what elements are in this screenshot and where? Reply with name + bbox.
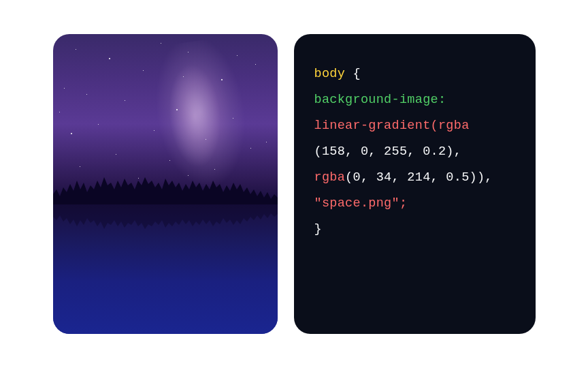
code-rgba: rgba — [438, 119, 470, 133]
code-value2: (0, 34, 214, 0.5)), — [345, 170, 493, 185]
code-line-6: "space.png"; — [314, 191, 515, 217]
code-snippet: body { background-image: linear-gradient… — [294, 34, 536, 334]
code-line-3: linear-gradient(rgba — [314, 113, 515, 139]
code-line-2: background-image: — [314, 87, 515, 113]
code-function: linear-gradient — [314, 119, 431, 133]
code-rgba2: rgba — [314, 170, 346, 185]
code-value: (158, 0, 255, 0.2), — [314, 144, 462, 159]
code-line-1: body { — [314, 61, 515, 87]
water-reflection — [53, 204, 278, 334]
code-line-4: (158, 0, 255, 0.2), — [314, 139, 515, 165]
code-brace-close: } — [314, 222, 322, 236]
code-selector: body — [314, 67, 346, 81]
code-line-7: } — [314, 217, 515, 243]
code-line-5: rgba(0, 34, 214, 0.5)), — [314, 165, 515, 191]
example-image — [53, 34, 278, 334]
code-paren: ( — [431, 119, 438, 133]
code-brace-open: { — [345, 67, 361, 81]
code-string: "space.png"; — [314, 196, 408, 211]
reflected-trees — [53, 204, 278, 239]
code-property: background-image: — [314, 93, 446, 107]
